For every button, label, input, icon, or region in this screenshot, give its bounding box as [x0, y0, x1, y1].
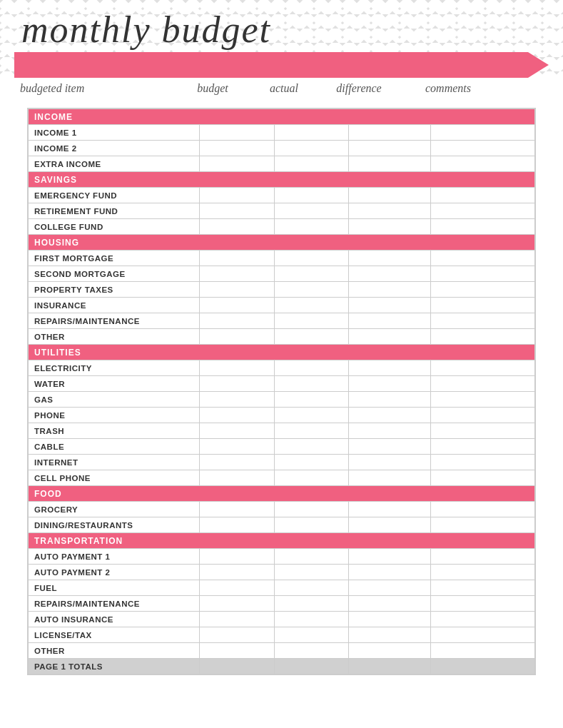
row-budget[interactable] [200, 470, 274, 486]
row-difference[interactable] [348, 392, 430, 408]
row-difference[interactable] [348, 298, 430, 313]
row-comments[interactable] [430, 125, 534, 141]
row-budget[interactable] [200, 156, 274, 172]
row-comments[interactable] [430, 439, 534, 455]
row-difference[interactable] [348, 313, 430, 329]
row-budget[interactable] [200, 125, 274, 141]
row-actual[interactable] [274, 455, 348, 470]
row-difference[interactable] [348, 282, 430, 298]
row-comments[interactable] [430, 392, 534, 408]
row-budget[interactable] [200, 408, 274, 423]
row-comments[interactable] [430, 251, 534, 266]
row-actual[interactable] [274, 470, 348, 486]
row-budget[interactable] [200, 266, 274, 282]
row-budget[interactable] [200, 188, 274, 203]
row-difference[interactable] [348, 141, 430, 156]
row-budget[interactable] [200, 596, 274, 612]
row-budget[interactable] [200, 549, 274, 565]
row-comments[interactable] [430, 643, 534, 659]
row-comments[interactable] [430, 329, 534, 345]
row-difference[interactable] [348, 329, 430, 345]
row-difference[interactable] [348, 612, 430, 627]
row-budget[interactable] [200, 565, 274, 580]
row-comments[interactable] [430, 565, 534, 580]
row-actual[interactable] [274, 282, 348, 298]
row-budget[interactable] [200, 251, 274, 266]
row-actual[interactable] [274, 408, 348, 423]
row-difference[interactable] [348, 596, 430, 612]
row-difference[interactable] [348, 423, 430, 439]
row-comments[interactable] [430, 156, 534, 172]
row-comments[interactable] [430, 596, 534, 612]
row-actual[interactable] [274, 423, 348, 439]
row-budget[interactable] [200, 376, 274, 392]
row-actual[interactable] [274, 313, 348, 329]
row-difference[interactable] [348, 439, 430, 455]
row-comments[interactable] [430, 360, 534, 376]
row-budget[interactable] [200, 329, 274, 345]
row-difference[interactable] [348, 502, 430, 517]
row-actual[interactable] [274, 392, 348, 408]
row-difference[interactable] [348, 125, 430, 141]
row-difference[interactable] [348, 455, 430, 470]
row-actual[interactable] [274, 549, 348, 565]
row-difference[interactable] [348, 376, 430, 392]
row-budget[interactable] [200, 580, 274, 596]
row-comments[interactable] [430, 313, 534, 329]
row-budget[interactable] [200, 439, 274, 455]
row-actual[interactable] [274, 439, 348, 455]
row-comments[interactable] [430, 423, 534, 439]
row-budget[interactable] [200, 627, 274, 643]
row-difference[interactable] [348, 580, 430, 596]
row-budget[interactable] [200, 360, 274, 376]
row-comments[interactable] [430, 266, 534, 282]
row-budget[interactable] [200, 502, 274, 517]
row-actual[interactable] [274, 125, 348, 141]
row-actual[interactable] [274, 266, 348, 282]
row-budget[interactable] [200, 219, 274, 235]
row-comments[interactable] [430, 219, 534, 235]
row-comments[interactable] [430, 612, 534, 627]
row-budget[interactable] [200, 203, 274, 219]
row-comments[interactable] [430, 470, 534, 486]
row-actual[interactable] [274, 251, 348, 266]
row-comments[interactable] [430, 408, 534, 423]
row-difference[interactable] [348, 549, 430, 565]
row-budget[interactable] [200, 423, 274, 439]
row-budget[interactable] [200, 612, 274, 627]
row-difference[interactable] [348, 517, 430, 533]
row-actual[interactable] [274, 360, 348, 376]
row-difference[interactable] [348, 219, 430, 235]
row-budget[interactable] [200, 298, 274, 313]
row-actual[interactable] [274, 627, 348, 643]
row-difference[interactable] [348, 360, 430, 376]
row-actual[interactable] [274, 376, 348, 392]
row-comments[interactable] [430, 627, 534, 643]
row-budget[interactable] [200, 141, 274, 156]
row-budget[interactable] [200, 313, 274, 329]
row-actual[interactable] [274, 517, 348, 533]
row-difference[interactable] [348, 565, 430, 580]
row-comments[interactable] [430, 502, 534, 517]
row-budget[interactable] [200, 643, 274, 659]
row-comments[interactable] [430, 282, 534, 298]
row-comments[interactable] [430, 298, 534, 313]
row-budget[interactable] [200, 282, 274, 298]
row-actual[interactable] [274, 596, 348, 612]
row-difference[interactable] [348, 251, 430, 266]
row-comments[interactable] [430, 376, 534, 392]
row-actual[interactable] [274, 565, 348, 580]
row-budget[interactable] [200, 392, 274, 408]
row-actual[interactable] [274, 141, 348, 156]
row-actual[interactable] [274, 580, 348, 596]
row-comments[interactable] [430, 580, 534, 596]
row-comments[interactable] [430, 455, 534, 470]
row-difference[interactable] [348, 643, 430, 659]
row-budget[interactable] [200, 455, 274, 470]
row-difference[interactable] [348, 470, 430, 486]
row-difference[interactable] [348, 266, 430, 282]
row-actual[interactable] [274, 219, 348, 235]
row-actual[interactable] [274, 643, 348, 659]
row-difference[interactable] [348, 408, 430, 423]
row-actual[interactable] [274, 329, 348, 345]
